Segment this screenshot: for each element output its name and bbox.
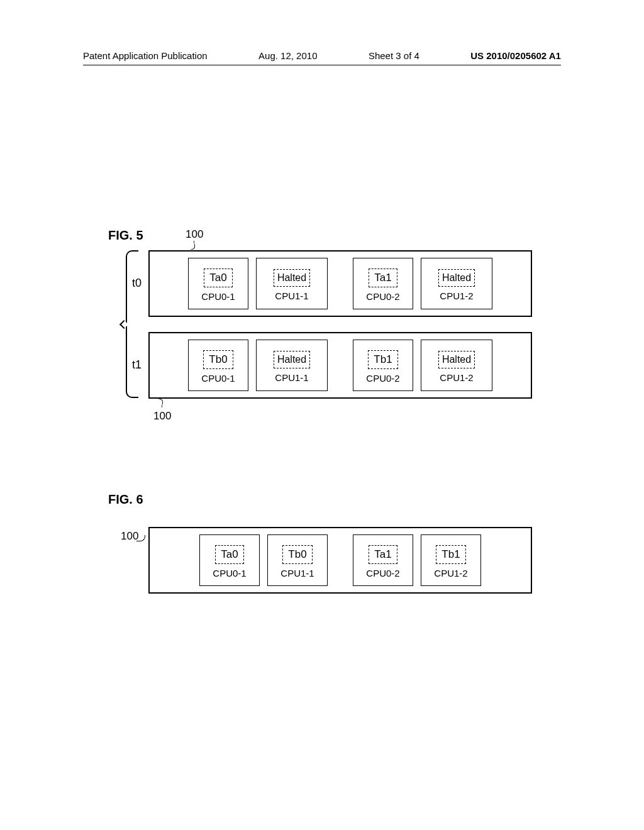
task-box: Tb0 [282,545,312,564]
cpu-pair-left: Ta0 CPU0-1 Halted CPU1-1 [188,258,328,309]
cpu-pair-right: Ta1 CPU0-2 Halted CPU1-2 [353,258,492,309]
cpu-pair-right: Tb1 CPU0-2 Halted CPU1-2 [353,340,492,391]
cpu-box: Tb1 CPU0-2 [353,340,413,391]
task-box: Ta1 [369,545,397,564]
cpu-label: CPU1-1 [275,372,308,383]
cpu-box: Halted CPU1-2 [421,340,492,391]
leader-line-icon [189,240,196,250]
cpu-label: CPU1-1 [280,568,314,578]
reference-100-top: 100 [186,228,203,241]
time-label-t0: t0 [132,277,142,290]
task-box: Halted [274,269,310,287]
sheet-number: Sheet 3 of 4 [369,50,419,61]
time-label-t1: t1 [132,358,142,372]
cpu-label: CPU1-2 [434,568,467,578]
cpu-label: CPU0-1 [201,373,235,384]
cpu-pair-left: Ta0 CPU0-1 Tb0 CPU1-1 [199,534,328,586]
cpu-label: CPU1-2 [440,372,473,383]
cpu-label: CPU0-1 [201,291,235,302]
task-box: Ta0 [215,545,243,564]
system-box-fig6: Ta0 CPU0-1 Tb0 CPU1-1 Ta1 CPU0-2 Tb1 CPU… [148,527,532,594]
cpu-label: CPU1-1 [275,290,308,301]
task-box: Tb1 [436,545,465,564]
cpu-pair-right: Ta1 CPU0-2 Tb1 CPU1-2 [353,534,481,586]
leader-line-icon [136,535,145,541]
task-box: Tb1 [368,350,397,369]
cpu-label: CPU0-2 [366,373,399,384]
cpu-pair-left: Tb0 CPU0-1 Halted CPU1-1 [188,340,328,391]
cpu-box: Ta1 CPU0-2 [353,534,413,586]
task-box: Halted [274,351,310,368]
publication-date: Aug. 12, 2010 [258,50,317,61]
brace-icon [126,250,138,398]
leader-line-icon [157,398,164,407]
task-box: Halted [438,269,475,287]
cpu-box: Ta0 CPU0-1 [199,534,260,586]
figure-5-label: FIG. 5 [108,228,143,243]
cpu-box: Halted CPU1-1 [256,258,328,309]
cpu-box: Tb0 CPU1-1 [267,534,328,586]
cpu-label: CPU0-2 [366,568,399,578]
cpu-box: Tb0 CPU0-1 [188,340,248,391]
system-box-t1: Tb0 CPU0-1 Halted CPU1-1 Tb1 CPU0-2 Halt… [148,332,532,399]
cpu-box: Ta0 CPU0-1 [188,258,248,309]
figure-6-label: FIG. 6 [108,492,143,507]
task-box: Halted [438,351,475,368]
cpu-box: Ta1 CPU0-2 [353,258,413,309]
page-header: Patent Application Publication Aug. 12, … [83,50,561,65]
cpu-box: Tb1 CPU1-2 [421,534,481,586]
cpu-label: CPU0-1 [213,568,246,578]
cpu-label: CPU1-2 [440,290,473,301]
publication-number: US 2010/0205602 A1 [470,50,561,61]
cpu-label: CPU0-2 [366,291,399,302]
task-box: Ta1 [369,268,397,287]
cpu-box: Halted CPU1-1 [256,340,328,391]
cpu-box: Halted CPU1-2 [421,258,492,309]
system-box-t0: Ta0 CPU0-1 Halted CPU1-1 Ta1 CPU0-2 Halt… [148,250,532,317]
publication-label: Patent Application Publication [83,50,208,61]
task-box: Ta0 [204,268,232,287]
reference-100-bottom: 100 [153,410,171,423]
task-box: Tb0 [203,350,233,369]
